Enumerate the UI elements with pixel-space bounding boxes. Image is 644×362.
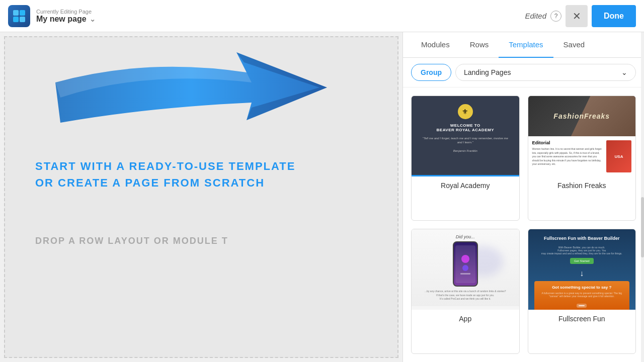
- tab-modules[interactable]: Modules: [411, 32, 460, 58]
- svg-point-4: [461, 255, 469, 263]
- svg-rect-0: [13, 10, 19, 16]
- canvas-main-text: START WITH A READY-TO-USE TEMPLATE OR CR…: [35, 158, 377, 191]
- template-thumbnail-beaver: Fullscreen Fun with Beaver Builder With …: [528, 229, 636, 310]
- template-card-royal-academy[interactable]: ⚜ WELCOME TOBEAVER ROYAL ACADEMY "Tell m…: [411, 96, 520, 221]
- tab-templates[interactable]: Templates: [499, 32, 553, 58]
- close-button[interactable]: ✕: [566, 5, 588, 27]
- currently-editing-label: Currently Editing Page: [36, 9, 96, 15]
- template-grid: ⚜ WELCOME TOBEAVER ROYAL ACADEMY "Tell m…: [403, 87, 644, 362]
- help-icon[interactable]: ?: [550, 11, 561, 22]
- svg-rect-1: [20, 10, 25, 16]
- page-name[interactable]: My new page ⌄: [36, 15, 96, 24]
- main: START WITH A READY-TO-USE TEMPLATE OR CR…: [0, 32, 644, 362]
- canvas-area[interactable]: START WITH A READY-TO-USE TEMPLATE OR CR…: [4, 36, 398, 358]
- filter-bar: Group Landing Pages ⌄: [403, 58, 644, 87]
- arrow-container: [45, 42, 337, 153]
- app-icon: [8, 5, 30, 27]
- header: Currently Editing Page My new page ⌄ Edi…: [0, 0, 644, 32]
- chevron-down-icon[interactable]: ⌄: [90, 15, 96, 23]
- template-name-app: App: [412, 310, 519, 328]
- template-name-fullscreen: Fullscreen Fun: [528, 310, 636, 328]
- canvas-drop-text: DROP A ROW LAYOUT OR MODULE T: [35, 236, 377, 246]
- filter-dropdown[interactable]: Landing Pages ⌄: [455, 64, 636, 81]
- template-name-royal: Royal Academy: [412, 176, 519, 195]
- edited-status: Edited: [525, 12, 546, 20]
- tabs: Modules Rows Templates Saved: [403, 32, 644, 58]
- scrollbar-thumb[interactable]: [641, 197, 644, 257]
- template-thumbnail-app: Did you...: [412, 229, 519, 310]
- template-name-fashion: Fashion Freaks: [528, 176, 636, 195]
- svg-rect-8: [579, 305, 585, 306]
- svg-point-5: [462, 265, 468, 271]
- header-left: Currently Editing Page My new page ⌄: [0, 5, 517, 27]
- template-thumbnail-royal: ⚜ WELCOME TOBEAVER ROYAL ACADEMY "Tell m…: [412, 96, 519, 176]
- royal-badge: ⚜: [458, 104, 473, 119]
- done-button[interactable]: Done: [592, 5, 636, 27]
- template-card-app[interactable]: Did you...: [411, 229, 520, 354]
- scrollbar[interactable]: [641, 32, 644, 362]
- tab-rows[interactable]: Rows: [460, 32, 499, 58]
- side-panel: Modules Rows Templates Saved Group Landi…: [403, 32, 644, 362]
- chevron-down-icon: ⌄: [621, 68, 627, 76]
- template-card-fullscreen[interactable]: Fullscreen Fun with Beaver Builder With …: [528, 229, 636, 354]
- tab-saved[interactable]: Saved: [553, 32, 595, 58]
- header-right: Edited ? ✕ Done: [517, 5, 644, 27]
- template-thumbnail-fashion: FashionFreaks Editorial Women fashion li…: [528, 96, 636, 176]
- page-info: Currently Editing Page My new page ⌄: [36, 9, 96, 24]
- svg-rect-2: [13, 17, 19, 22]
- svg-rect-3: [20, 17, 25, 22]
- svg-rect-6: [460, 273, 470, 275]
- template-card-fashion-freaks[interactable]: FashionFreaks Editorial Women fashion li…: [528, 96, 636, 221]
- filter-group-button[interactable]: Group: [411, 64, 451, 81]
